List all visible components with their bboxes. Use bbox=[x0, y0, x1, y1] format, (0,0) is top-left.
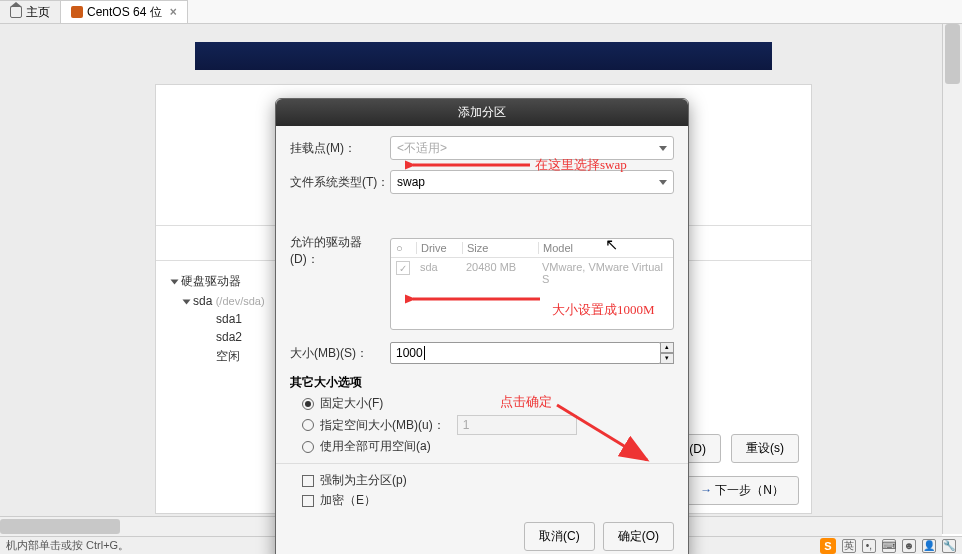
chevron-down-icon bbox=[659, 146, 667, 151]
annotation-swap: 在这里选择swap bbox=[535, 156, 627, 174]
drives-label: 允许的驱动器(D)： bbox=[290, 204, 390, 268]
tab-home-label: 主页 bbox=[26, 4, 50, 21]
annotation-arrow-icon bbox=[552, 400, 662, 470]
mouse-cursor-icon: ↖ bbox=[605, 235, 618, 254]
ok-button[interactable]: 确定(O) bbox=[603, 522, 674, 551]
ime-punct-icon[interactable]: •, bbox=[862, 539, 876, 553]
tab-vm[interactable]: CentOS 64 位 × bbox=[61, 0, 188, 23]
text-caret bbox=[424, 346, 425, 360]
size-input[interactable]: 1000 bbox=[390, 342, 661, 364]
chevron-down-icon bbox=[171, 279, 179, 284]
size-label: 大小(MB)(S)： bbox=[290, 345, 390, 362]
tab-vm-label: CentOS 64 位 bbox=[87, 4, 162, 21]
fstype-value: swap bbox=[397, 175, 425, 189]
vmware-tabs: 主页 CentOS 64 位 × bbox=[0, 0, 962, 24]
drive-row[interactable]: ✓ sda 20480 MB VMware, VMware Virtual S bbox=[391, 258, 673, 288]
checkbox-icon bbox=[302, 475, 314, 487]
check-encrypt[interactable]: 加密（E） bbox=[302, 492, 674, 509]
installer-titlebar bbox=[195, 42, 772, 70]
radio-icon bbox=[302, 398, 314, 410]
mount-value: <不适用> bbox=[397, 140, 447, 157]
spin-up-icon[interactable]: ▴ bbox=[660, 342, 674, 353]
annotation-size: 大小设置成1000M bbox=[552, 301, 655, 319]
size-value: 1000 bbox=[396, 346, 423, 360]
checkbox-icon bbox=[302, 495, 314, 507]
size-spinner[interactable]: ▴▾ bbox=[660, 342, 674, 364]
cancel-button[interactable]: 取消(C) bbox=[524, 522, 595, 551]
next-button[interactable]: 下一步（N） bbox=[685, 476, 799, 505]
reset-button[interactable]: 重设(s) bbox=[731, 434, 799, 463]
panel-buttons: (D) 重设(s) bbox=[674, 434, 799, 463]
annotation-ok: 点击确定 bbox=[500, 393, 552, 411]
ime-keyboard-icon[interactable]: ⌨ bbox=[882, 539, 896, 553]
annotation-arrow-icon bbox=[405, 289, 545, 309]
ime-toolbar[interactable]: S 英 •, ⌨ ☻ 👤 🔧 bbox=[820, 538, 956, 554]
extra-size-heading: 其它大小选项 bbox=[290, 374, 674, 391]
annotation-arrow-icon bbox=[405, 155, 535, 175]
fstype-label: 文件系统类型(T)： bbox=[290, 174, 390, 191]
svg-line-4 bbox=[557, 405, 647, 460]
drive-checkbox[interactable]: ✓ bbox=[396, 261, 410, 275]
ime-person-icon[interactable]: 👤 bbox=[922, 539, 936, 553]
radio-icon bbox=[302, 419, 314, 431]
tab-home[interactable]: 主页 bbox=[0, 0, 61, 23]
ime-lang[interactable]: 英 bbox=[842, 539, 856, 553]
check-primary[interactable]: 强制为主分区(p) bbox=[302, 472, 674, 489]
ime-tool-icon[interactable]: 🔧 bbox=[942, 539, 956, 553]
drives-header: ○ Drive Size Model bbox=[391, 239, 673, 258]
chevron-down-icon bbox=[183, 299, 191, 304]
scrollbar-thumb[interactable] bbox=[0, 519, 120, 534]
radio-icon bbox=[302, 441, 314, 453]
vm-vertical-scrollbar[interactable] bbox=[942, 24, 962, 534]
dialog-title: 添加分区 bbox=[276, 99, 688, 126]
scrollbar-thumb[interactable] bbox=[945, 24, 960, 84]
home-icon bbox=[10, 6, 22, 18]
close-icon[interactable]: × bbox=[170, 5, 177, 19]
chevron-down-icon bbox=[659, 180, 667, 185]
status-hint: 机内部单击或按 Ctrl+G。 bbox=[6, 538, 129, 553]
vm-icon bbox=[71, 6, 83, 18]
sogou-icon[interactable]: S bbox=[820, 538, 836, 554]
spin-down-icon[interactable]: ▾ bbox=[660, 353, 674, 364]
mount-label: 挂载点(M)： bbox=[290, 140, 390, 157]
arrow-right-icon bbox=[700, 483, 715, 497]
ime-smile-icon[interactable]: ☻ bbox=[902, 539, 916, 553]
